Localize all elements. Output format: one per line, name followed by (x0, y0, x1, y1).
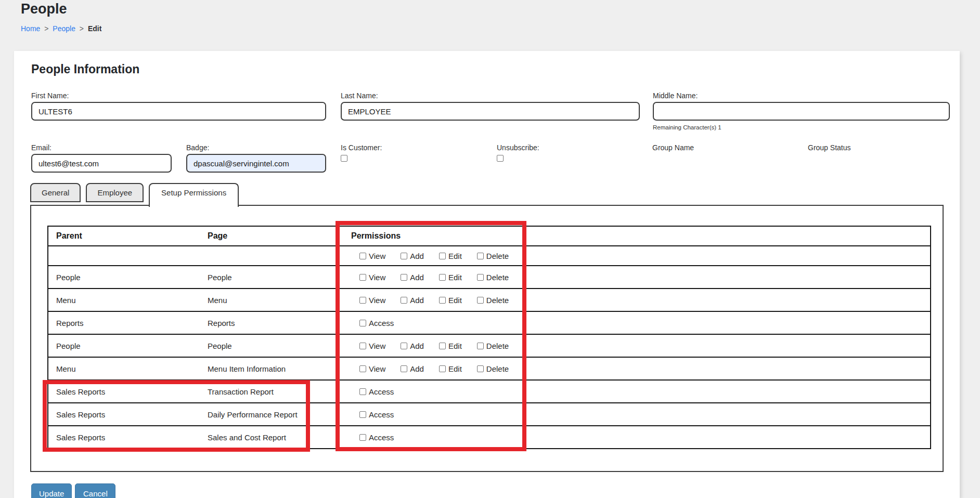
permission-checkbox-label: Edit (448, 342, 462, 350)
permission-view-checkbox[interactable] (359, 343, 366, 349)
permission-add-option[interactable]: Add (401, 342, 424, 350)
permission-checkbox-label: Edit (448, 273, 462, 282)
permission-access-checkbox[interactable] (359, 411, 366, 418)
permission-edit-checkbox[interactable] (439, 297, 446, 304)
breadcrumb-separator: > (80, 24, 84, 33)
page-cell: Sales and Cost Report (208, 433, 351, 442)
tab-general-label: General (42, 188, 69, 197)
permission-add-option[interactable]: Add (401, 273, 424, 282)
permission-edit-checkbox[interactable] (439, 253, 446, 259)
permission-checkbox-label: Add (410, 342, 424, 350)
last-name-label: Last Name: (341, 91, 378, 100)
permission-access-checkbox[interactable] (359, 320, 366, 326)
permission-access-option[interactable]: Access (359, 319, 394, 327)
page-cell: People (208, 273, 351, 282)
permissions-cell: ViewAddEditDelete (351, 252, 930, 260)
permission-edit-option[interactable]: Edit (439, 296, 462, 305)
permission-view-option[interactable]: View (359, 296, 385, 305)
permission-delete-checkbox[interactable] (477, 274, 484, 281)
permission-edit-option[interactable]: Edit (439, 342, 462, 350)
permission-access-checkbox[interactable] (359, 434, 366, 441)
permission-checkbox-label: Delete (486, 296, 509, 305)
permission-edit-checkbox[interactable] (439, 274, 446, 281)
permission-checkbox-label: View (369, 273, 385, 282)
permission-add-option[interactable]: Add (401, 252, 424, 260)
permission-add-checkbox[interactable] (401, 297, 407, 304)
permissions-table-header: Parent Page Permissions (48, 227, 930, 245)
is-customer-checkbox[interactable] (341, 155, 347, 162)
last-name-field[interactable] (341, 102, 640, 121)
permission-view-option[interactable]: View (359, 364, 385, 373)
permissions-cell: ViewAddEditDelete (351, 364, 930, 373)
permission-delete-checkbox[interactable] (477, 365, 484, 372)
email-field[interactable] (31, 154, 172, 173)
unsubscribe-checkbox[interactable] (497, 155, 504, 162)
update-button[interactable]: Update (31, 483, 72, 498)
permission-access-option[interactable]: Access (359, 387, 394, 396)
permission-checkbox-label: Edit (448, 252, 462, 260)
people-edit-page: People Home > People > Edit People Infor… (0, 0, 980, 498)
permissions-table: Parent Page Permissions ViewAddEditDelet… (47, 226, 931, 449)
permission-delete-checkbox[interactable] (477, 253, 484, 259)
permissions-cell: ViewAddEditDelete (351, 273, 930, 282)
parent-cell: Menu (56, 364, 208, 373)
permission-checkbox-label: Access (369, 433, 394, 442)
is-customer-label: Is Customer: (341, 143, 382, 152)
permissions-cell: Access (351, 387, 930, 396)
page-cell: Transaction Report (208, 387, 351, 396)
breadcrumb-separator: > (44, 24, 48, 33)
table-row: PeoplePeopleViewAddEditDelete (48, 265, 930, 288)
permission-delete-option[interactable]: Delete (477, 273, 509, 282)
permission-view-checkbox[interactable] (359, 297, 366, 304)
permission-checkbox-label: Delete (486, 364, 509, 373)
permission-edit-checkbox[interactable] (439, 365, 446, 372)
tab-general[interactable]: General (30, 183, 81, 202)
permission-edit-option[interactable]: Edit (439, 364, 462, 373)
permission-add-checkbox[interactable] (401, 253, 407, 259)
badge-field[interactable] (186, 154, 326, 173)
permission-add-option[interactable]: Add (401, 296, 424, 305)
tab-setup-permissions[interactable]: Setup Permissions (149, 183, 239, 207)
permission-delete-option[interactable]: Delete (477, 342, 509, 350)
permission-delete-option[interactable]: Delete (477, 252, 509, 260)
permission-delete-checkbox[interactable] (477, 343, 484, 349)
permission-access-option[interactable]: Access (359, 433, 394, 442)
cancel-button[interactable]: Cancel (75, 483, 115, 498)
permissions-cell: ViewAddEditDelete (351, 296, 930, 305)
permission-access-option[interactable]: Access (359, 410, 394, 419)
permission-edit-option[interactable]: Edit (439, 273, 462, 282)
permission-view-option[interactable]: View (359, 342, 385, 350)
tab-employee[interactable]: Employee (86, 183, 144, 202)
permission-view-checkbox[interactable] (359, 365, 366, 372)
permission-delete-checkbox[interactable] (477, 297, 484, 304)
permission-delete-option[interactable]: Delete (477, 364, 509, 373)
page-cell: Reports (208, 319, 351, 327)
permission-checkbox-label: View (369, 364, 385, 373)
middle-name-field[interactable] (653, 102, 950, 121)
permission-add-option[interactable]: Add (401, 364, 424, 373)
breadcrumb-home-link[interactable]: Home (21, 24, 40, 33)
permission-view-checkbox[interactable] (359, 274, 366, 281)
parent-cell: Menu (56, 296, 208, 305)
breadcrumb-people-link[interactable]: People (53, 24, 75, 33)
tab-bar: General Employee Setup Permissions (30, 183, 239, 207)
permission-view-checkbox[interactable] (359, 253, 366, 259)
permission-checkbox-label: View (369, 296, 385, 305)
permission-add-checkbox[interactable] (401, 274, 407, 281)
first-name-field[interactable] (31, 102, 326, 121)
permission-add-checkbox[interactable] (401, 343, 407, 349)
permission-checkbox-label: Add (410, 252, 424, 260)
permission-edit-option[interactable]: Edit (439, 252, 462, 260)
permission-access-checkbox[interactable] (359, 388, 366, 395)
tab-employee-label: Employee (97, 188, 132, 197)
permission-delete-option[interactable]: Delete (477, 296, 509, 305)
permission-edit-checkbox[interactable] (439, 343, 446, 349)
permission-view-option[interactable]: View (359, 252, 385, 260)
table-row: ReportsReportsAccess (48, 311, 930, 334)
parent-column-header: Parent (56, 231, 208, 241)
permission-view-option[interactable]: View (359, 273, 385, 282)
permission-checkbox-label: Add (410, 364, 424, 373)
permission-checkbox-label: Add (410, 273, 424, 282)
table-row: Sales ReportsTransaction ReportAccess (48, 379, 930, 402)
permission-add-checkbox[interactable] (401, 365, 407, 372)
